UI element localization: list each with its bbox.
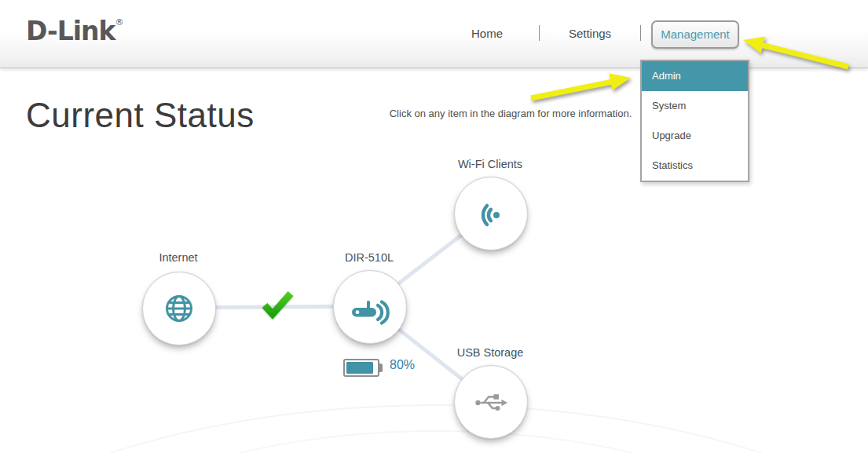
battery-fill — [346, 362, 373, 374]
router-node[interactable] — [333, 270, 407, 344]
wifi-icon — [473, 195, 509, 232]
nav-item-home[interactable]: Home — [452, 27, 522, 40]
menu-item-statistics[interactable]: Statistics — [642, 151, 748, 181]
battery-percent: 80% — [390, 358, 415, 372]
internet-node[interactable] — [142, 272, 216, 345]
wifi-clients-label: Wi-Fi Clients — [427, 158, 553, 170]
menu-item-upgrade[interactable]: Upgrade — [642, 121, 748, 151]
dlink-logo: D-Link® — [26, 16, 123, 46]
internet-label: Internet — [115, 251, 241, 264]
page-title: Current Status — [26, 96, 255, 135]
menu-item-admin[interactable]: Admin — [642, 61, 748, 91]
router-label: DIR-510L — [306, 251, 432, 264]
menu-item-system[interactable]: System — [642, 91, 748, 121]
management-dropdown-menu: Admin System Upgrade Statistics — [640, 60, 749, 182]
nav-divider — [640, 25, 641, 41]
dlink-logo-text: D-Link — [26, 16, 115, 46]
header-bar: D-Link® Home Settings Management — [0, 0, 868, 68]
globe-icon — [161, 290, 197, 327]
internet-connected-check-icon — [262, 291, 295, 320]
nav-item-settings[interactable]: Settings — [555, 27, 625, 40]
registered-mark: ® — [115, 17, 123, 27]
nav-divider — [539, 25, 540, 41]
current-status-screen: D-Link® Home Settings Management Admin S… — [0, 0, 868, 453]
battery-nub — [379, 363, 383, 372]
usb-storage-label: USB Storage — [427, 346, 553, 359]
router-icon — [350, 289, 390, 325]
usb-storage-node[interactable] — [454, 365, 528, 439]
diagram-hint-text: Click on any item in the diagram for mor… — [353, 108, 668, 119]
usb-icon — [473, 384, 509, 420]
wifi-clients-node[interactable] — [454, 177, 528, 250]
battery-icon — [343, 359, 379, 377]
nav-item-management[interactable]: Management — [651, 20, 739, 49]
